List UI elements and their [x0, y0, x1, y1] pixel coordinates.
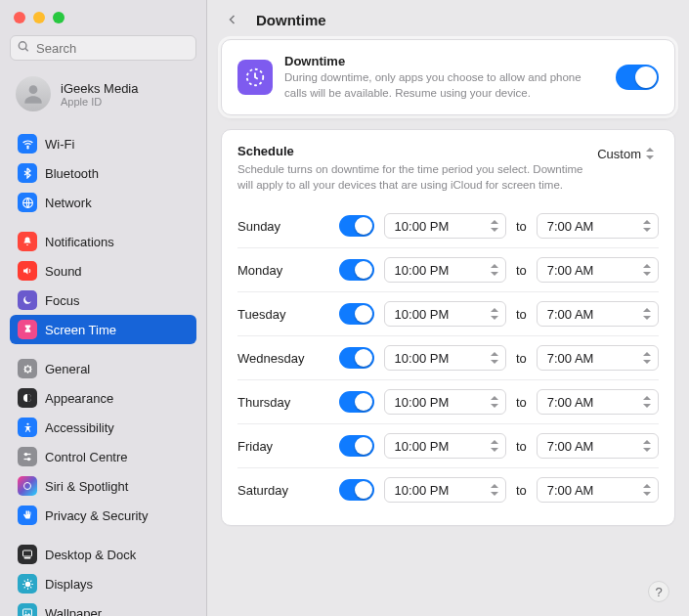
chevron-up-down-icon: [490, 482, 499, 498]
back-button[interactable]: [223, 10, 242, 29]
sidebar-item-appearance[interactable]: Appearance: [10, 383, 196, 413]
to-time-picker[interactable]: 7:00 AM: [537, 477, 659, 503]
profile-name: iGeeks Media: [61, 81, 138, 96]
search-input[interactable]: [10, 35, 196, 61]
sidebar-item-privacy-security[interactable]: Privacy & Security: [10, 501, 196, 530]
day-toggle[interactable]: [339, 215, 374, 237]
svg-point-2: [29, 85, 38, 94]
sidebar-item-accessibility[interactable]: Accessibility: [10, 413, 196, 442]
minimize-window-button[interactable]: [33, 12, 45, 23]
svg-rect-15: [23, 609, 32, 616]
schedule-desc: Schedule turns on downtime for the time …: [237, 162, 583, 193]
day-row-wednesday: Wednesday10:00 PMto7:00 AM: [237, 335, 659, 379]
sidebar-item-network[interactable]: Network: [10, 188, 196, 217]
to-label: to: [516, 263, 527, 278]
apple-id-profile[interactable]: iGeeks Media Apple ID: [10, 72, 196, 125]
to-label: to: [516, 307, 527, 322]
sidebar-item-label: Network: [45, 196, 92, 210]
day-toggle[interactable]: [339, 303, 374, 325]
sidebar-item-label: Desktop & Dock: [45, 548, 136, 562]
sidebar-item-label: Bluetooth: [45, 166, 99, 181]
sidebar-item-label: General: [45, 362, 90, 376]
day-toggle[interactable]: [339, 435, 374, 457]
to-time-picker[interactable]: 7:00 AM: [537, 433, 659, 459]
sidebar-item-displays[interactable]: Displays: [10, 569, 196, 598]
day-row-sunday: Sunday10:00 PMto7:00 AM: [237, 204, 659, 247]
chevron-up-down-icon: [642, 438, 652, 454]
downtime-master-toggle[interactable]: [616, 65, 659, 90]
sidebar-item-label: Notifications: [45, 235, 114, 249]
sidebar-item-bluetooth[interactable]: Bluetooth: [10, 158, 196, 188]
svg-point-14: [25, 582, 29, 586]
profile-sub: Apple ID: [61, 96, 138, 108]
hero-desc: During downtime, only apps you choose to…: [284, 70, 604, 101]
day-toggle[interactable]: [339, 347, 374, 369]
svg-point-10: [28, 459, 30, 461]
day-toggle[interactable]: [339, 259, 374, 281]
to-time-value: 7:00 AM: [547, 351, 594, 366]
svg-point-16: [25, 611, 27, 613]
to-label: to: [516, 351, 527, 366]
sidebar-item-wallpaper[interactable]: Wallpaper: [10, 598, 196, 616]
sidebar-item-label: Wallpaper: [45, 606, 102, 617]
day-toggle[interactable]: [339, 479, 374, 501]
search-icon: [17, 40, 30, 57]
sidebar-item-label: Screen Time: [45, 323, 116, 337]
to-time-picker[interactable]: 7:00 AM: [537, 301, 659, 327]
close-window-button[interactable]: [14, 12, 25, 23]
svg-point-8: [25, 454, 27, 456]
day-toggle[interactable]: [339, 391, 374, 413]
day-rows: Sunday10:00 PMto7:00 AMMonday10:00 PMto7…: [237, 204, 659, 511]
help-button[interactable]: ?: [648, 581, 669, 602]
from-time-picker[interactable]: 10:00 PM: [384, 257, 506, 283]
schedule-mode-value: Custom: [597, 147, 641, 161]
svg-point-3: [26, 147, 27, 148]
svg-rect-13: [24, 557, 31, 559]
sidebar-item-focus[interactable]: Focus: [10, 286, 196, 315]
from-time-picker[interactable]: 10:00 PM: [384, 301, 506, 327]
from-time-picker[interactable]: 10:00 PM: [384, 433, 506, 459]
from-time-value: 10:00 PM: [395, 395, 450, 410]
access-icon: [18, 418, 37, 437]
from-time-picker[interactable]: 10:00 PM: [384, 213, 506, 239]
sidebar-item-desktop-dock[interactable]: Desktop & Dock: [10, 540, 196, 569]
to-time-picker[interactable]: 7:00 AM: [537, 345, 659, 371]
from-time-picker[interactable]: 10:00 PM: [384, 477, 506, 503]
chevron-up-down-icon: [490, 350, 499, 366]
sidebar-item-label: Focus: [45, 293, 79, 308]
sidebar-item-general[interactable]: General: [10, 354, 196, 383]
from-time-value: 10:00 PM: [395, 219, 450, 234]
to-label: to: [516, 439, 527, 454]
sidebar-item-wi-fi[interactable]: Wi-Fi: [10, 129, 196, 158]
to-time-picker[interactable]: 7:00 AM: [537, 213, 659, 239]
svg-rect-12: [23, 550, 32, 556]
from-time-picker[interactable]: 10:00 PM: [384, 345, 506, 371]
from-time-value: 10:00 PM: [395, 263, 450, 278]
sidebar-item-notifications[interactable]: Notifications: [10, 227, 196, 256]
chevron-up-down-icon: [642, 482, 652, 498]
sidebar-item-control-centre[interactable]: Control Centre: [10, 442, 196, 471]
sidebar: iGeeks Media Apple ID Wi-FiBluetoothNetw…: [0, 0, 207, 616]
gear-icon: [18, 359, 37, 378]
sidebar-item-screen-time[interactable]: Screen Time: [10, 315, 196, 344]
downtime-hero-card: Downtime During downtime, only apps you …: [221, 39, 675, 115]
from-time-picker[interactable]: 10:00 PM: [384, 389, 506, 415]
dock-icon: [18, 545, 37, 564]
to-label: to: [516, 219, 527, 234]
schedule-mode-select[interactable]: Custom: [593, 144, 659, 163]
sidebar-item-label: Displays: [45, 577, 93, 592]
fullscreen-window-button[interactable]: [53, 12, 65, 23]
to-time-picker[interactable]: 7:00 AM: [537, 389, 659, 415]
display-icon: [18, 574, 37, 594]
hero-title: Downtime: [284, 54, 604, 68]
wifi-icon: [18, 134, 37, 154]
to-time-picker[interactable]: 7:00 AM: [537, 257, 659, 283]
to-time-value: 7:00 AM: [547, 263, 594, 278]
to-label: to: [516, 483, 527, 498]
chevron-up-down-icon: [645, 146, 655, 161]
chevron-up-down-icon: [490, 306, 499, 322]
sidebar-item-sound[interactable]: Sound: [10, 256, 196, 286]
bell-icon: [18, 232, 37, 251]
sidebar-item-siri-spotlight[interactable]: Siri & Spotlight: [10, 471, 196, 501]
day-row-saturday: Saturday10:00 PMto7:00 AM: [237, 467, 659, 511]
